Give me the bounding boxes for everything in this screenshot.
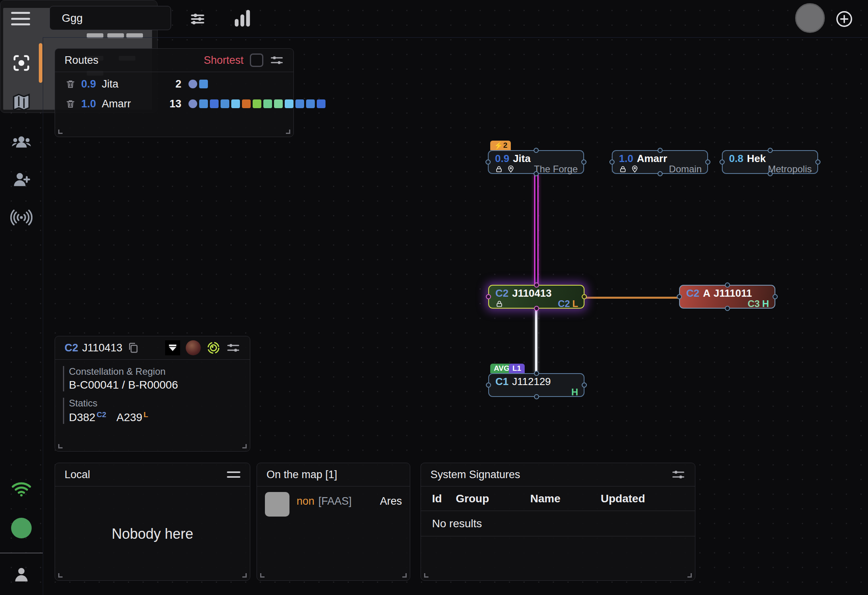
- region-name: Metropolis: [768, 164, 812, 174]
- sidebar-item-profile[interactable]: [0, 564, 43, 584]
- pilot-portrait: [265, 492, 289, 517]
- copy-icon[interactable]: [127, 342, 139, 354]
- resize-corner[interactable]: [242, 573, 247, 578]
- node-handle-left[interactable]: [720, 160, 725, 165]
- shortest-checkbox[interactable]: [250, 53, 263, 67]
- node-handle-left[interactable]: [486, 294, 491, 299]
- map-select[interactable]: Ggg: [49, 6, 171, 30]
- resize-corner[interactable]: [260, 573, 265, 578]
- local-title: Local: [65, 469, 90, 481]
- node-handle-top[interactable]: [767, 148, 773, 153]
- resize-corner[interactable]: [58, 130, 63, 134]
- delete-route-icon[interactable]: [65, 98, 76, 109]
- signatures-settings-icon[interactable]: [671, 467, 685, 482]
- column-group[interactable]: Group: [456, 492, 530, 505]
- statics-label: Statics: [69, 398, 250, 409]
- sidebar-item-maps[interactable]: [0, 92, 43, 113]
- node-handle-bottom[interactable]: [534, 394, 539, 399]
- map-node-j112129[interactable]: C1 J112129 H: [488, 373, 584, 397]
- delete-route-icon[interactable]: [65, 78, 76, 90]
- edge-j110413-j112129[interactable]: [535, 309, 537, 374]
- node-handle-right[interactable]: [815, 160, 820, 165]
- add-character-icon[interactable]: [835, 10, 854, 29]
- edge-j110413-j111011[interactable]: [584, 297, 681, 299]
- map-node-jita[interactable]: 0.9 Jita The Forge: [488, 150, 584, 174]
- column-name[interactable]: Name: [530, 492, 601, 505]
- constellation-region-value: B-C00041 / B-R00006: [69, 379, 250, 391]
- local-menu-icon[interactable]: [227, 471, 240, 478]
- target-spiral-icon[interactable]: [206, 341, 221, 355]
- node-handle-right[interactable]: [581, 160, 586, 165]
- resize-corner[interactable]: [402, 573, 407, 578]
- system-signatures-panel: System Signatures Id Group Name Updated …: [421, 463, 695, 581]
- map-node-amarr[interactable]: 1.0 Amarr Domain: [612, 150, 708, 174]
- signatures-title: System Signatures: [430, 469, 520, 481]
- route-hop-squares: [188, 80, 293, 88]
- security-status: 1.0: [619, 153, 633, 164]
- map-node-j111011[interactable]: C2 A J111011 C3 H: [679, 285, 775, 309]
- column-id[interactable]: Id: [421, 492, 456, 505]
- static-entry: D382C2: [69, 411, 109, 423]
- node-handle-left[interactable]: [485, 160, 491, 165]
- column-updated[interactable]: Updated: [601, 492, 645, 505]
- edge-jita-j110413[interactable]: [534, 174, 539, 285]
- resize-corner[interactable]: [687, 573, 692, 578]
- static-class: C3: [748, 299, 760, 309]
- storm-badge: ⚡2: [490, 141, 511, 150]
- people-group-icon: [11, 132, 32, 152]
- sidebar-item-tracking[interactable]: [0, 53, 43, 73]
- route-row-amarr[interactable]: 1.0 Amarr 13: [65, 96, 293, 112]
- filters-icon[interactable]: [188, 10, 207, 29]
- info-settings-icon[interactable]: [226, 341, 240, 355]
- sidebar-item-characters[interactable]: [0, 132, 43, 152]
- resize-corner[interactable]: [58, 573, 63, 578]
- node-handle-bottom[interactable]: [533, 171, 539, 176]
- map-icon: [11, 92, 32, 113]
- local-panel: Local Nobody here: [55, 463, 250, 581]
- sidebar-item-broadcast[interactable]: [0, 208, 43, 227]
- node-handle-top[interactable]: [657, 148, 662, 153]
- node-handle-bottom[interactable]: [657, 171, 662, 176]
- map-node-j110413[interactable]: C2 J110413 C2 L: [488, 285, 584, 309]
- map-select-value: Ggg: [62, 12, 83, 25]
- node-handle-left[interactable]: [609, 160, 615, 165]
- resize-corner[interactable]: [242, 444, 247, 448]
- resize-corner[interactable]: [286, 130, 290, 134]
- resize-corner[interactable]: [424, 573, 428, 578]
- node-handle-top[interactable]: [534, 282, 539, 288]
- local-empty-text: Nobody here: [55, 526, 250, 542]
- node-handle-top[interactable]: [533, 148, 539, 153]
- node-handle-right[interactable]: [705, 160, 710, 165]
- node-handle-right[interactable]: [773, 294, 778, 299]
- statics-block: Statics D382C2 A239L: [63, 398, 250, 424]
- menu-icon[interactable]: [11, 12, 30, 25]
- system-info-panel: C2 J110413 Constellation & Region: [55, 336, 250, 452]
- security-tag: H: [571, 387, 578, 397]
- node-handle-left[interactable]: [677, 294, 682, 299]
- map-node-hek[interactable]: 0.8 Hek Metropolis: [722, 150, 818, 174]
- resize-corner[interactable]: [58, 444, 63, 448]
- activity-chart-icon[interactable]: [232, 6, 253, 30]
- node-handle-top[interactable]: [534, 371, 539, 376]
- node-handle-bottom[interactable]: [725, 306, 730, 311]
- effect-icon[interactable]: [165, 340, 180, 355]
- route-hop-squares: [188, 99, 293, 108]
- node-handle-bottom[interactable]: [767, 171, 773, 176]
- signatures-empty-text: No results: [421, 511, 695, 536]
- node-handle-right[interactable]: [582, 383, 587, 388]
- focus-target-icon: [11, 53, 32, 73]
- wanderer-portrait-icon[interactable]: [186, 340, 201, 355]
- user-avatar[interactable]: [795, 3, 825, 33]
- pilot-row[interactable]: non [FAAS] Ares: [257, 486, 410, 517]
- routes-settings-icon[interactable]: [270, 53, 284, 67]
- route-row-jita[interactable]: 0.9 Jita 2: [65, 76, 293, 92]
- node-handle-right[interactable]: [582, 294, 587, 299]
- node-handle-bottom[interactable]: [534, 306, 539, 311]
- sidebar-item-add-pilot[interactable]: [0, 170, 43, 189]
- node-handle-top[interactable]: [725, 282, 730, 288]
- region-name: The Forge: [534, 164, 578, 174]
- security-status: 0.9: [495, 153, 509, 164]
- person-icon: [11, 564, 31, 584]
- broadcast-icon: [10, 208, 32, 227]
- node-handle-left[interactable]: [486, 383, 491, 388]
